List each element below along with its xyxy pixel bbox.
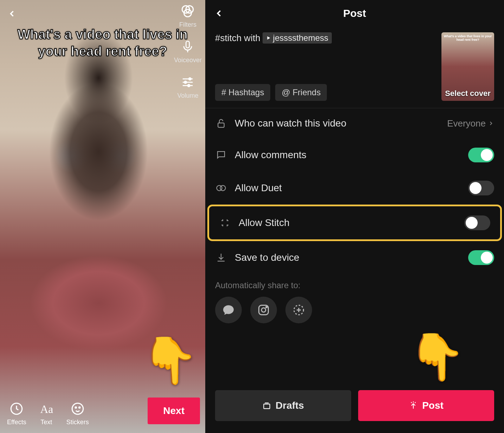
voiceover-button[interactable]: Voiceover (174, 39, 202, 64)
svg-marker-16 (267, 36, 270, 39)
friends-button[interactable]: @ Friends (275, 84, 327, 101)
volume-button[interactable]: Volume (177, 75, 198, 99)
svg-point-10 (188, 84, 190, 86)
allow-duet-row: Allow Duet (205, 172, 504, 205)
svg-point-21 (261, 308, 266, 312)
upload-icon (409, 401, 418, 410)
svg-point-19 (220, 186, 226, 191)
voiceover-label: Voiceover (174, 57, 202, 64)
share-message-button[interactable] (215, 297, 242, 323)
text-button[interactable]: Aa Text (39, 401, 54, 426)
back-button[interactable] (7, 9, 17, 19)
svg-rect-17 (218, 123, 224, 128)
drafts-icon (262, 401, 271, 410)
share-instagram-button[interactable] (250, 297, 277, 323)
microphone-icon (180, 39, 195, 54)
allow-stitch-label: Allow Stitch (239, 217, 457, 228)
privacy-value: Everyone (447, 118, 494, 129)
filters-label: Filters (179, 21, 196, 28)
hashtags-button[interactable]: # Hashtags (215, 84, 270, 101)
svg-line-30 (415, 402, 415, 403)
allow-stitch-toggle[interactable] (464, 215, 490, 230)
drafts-button[interactable]: Drafts (215, 390, 351, 421)
share-label: Automatically share to: (215, 280, 494, 290)
cover-selector[interactable]: What's a video that lives in your head r… (441, 32, 494, 101)
sliders-icon (180, 75, 195, 90)
caption-prefix: #stitch with (215, 33, 260, 44)
filters-button[interactable]: Filters (179, 4, 196, 28)
privacy-label: Who can watch this video (235, 118, 439, 129)
allow-comments-toggle[interactable] (468, 148, 494, 162)
username: jessssthemess (273, 33, 328, 43)
svg-text:Aa: Aa (40, 403, 53, 415)
stitch-icon (219, 217, 231, 229)
svg-line-29 (411, 402, 412, 403)
svg-rect-26 (264, 404, 270, 409)
svg-point-8 (185, 81, 187, 83)
post-settings-pane: Post #stitch with jessssthemess # Hashta… (205, 0, 504, 433)
save-device-label: Save to device (235, 252, 460, 263)
post-label: Post (422, 400, 444, 411)
svg-point-15 (79, 407, 80, 408)
duet-icon (215, 182, 227, 194)
caption-input[interactable]: #stitch with jessssthemess (215, 32, 434, 44)
allow-stitch-row: Allow Stitch (207, 205, 502, 241)
svg-point-6 (189, 78, 191, 80)
cover-caption-preview: What's a video that lives in your head r… (443, 34, 493, 41)
clock-icon (9, 401, 24, 416)
allow-duet-label: Allow Duet (235, 182, 460, 194)
allow-duet-toggle[interactable] (468, 181, 494, 195)
svg-point-14 (75, 407, 77, 408)
select-cover-label: Select cover (445, 89, 491, 98)
next-button[interactable]: Next (148, 398, 200, 424)
pointer-hand-icon: 👇 (141, 334, 198, 387)
editor-preview-pane: What's a video that lives in your head r… (0, 0, 205, 433)
comment-icon (215, 149, 227, 161)
save-device-row: Save to device (205, 241, 504, 274)
post-button[interactable]: Post (358, 390, 494, 421)
save-device-toggle[interactable] (468, 250, 494, 265)
allow-comments-row: Allow comments (205, 138, 504, 172)
text-icon: Aa (39, 401, 54, 416)
back-button[interactable] (214, 8, 224, 19)
pointer-hand-icon: 👇 (408, 330, 465, 384)
volume-label: Volume (177, 92, 198, 99)
privacy-row[interactable]: Who can watch this video Everyone (205, 108, 504, 138)
user-mention-chip[interactable]: jessssthemess (263, 32, 332, 44)
svg-point-13 (72, 403, 83, 414)
effects-label: Effects (7, 419, 26, 426)
download-icon (215, 252, 227, 264)
video-caption-overlay: What's a video that lives in your head r… (11, 26, 194, 60)
stickers-label: Stickers (66, 419, 89, 426)
effects-button[interactable]: Effects (7, 401, 26, 426)
sticker-icon (70, 401, 85, 416)
lock-open-icon (215, 117, 227, 129)
text-label: Text (40, 419, 52, 426)
filters-icon (180, 4, 195, 19)
drafts-label: Drafts (276, 400, 304, 411)
share-add-button[interactable] (285, 297, 312, 323)
page-title: Post (343, 7, 366, 19)
svg-rect-3 (186, 41, 190, 48)
stickers-button[interactable]: Stickers (66, 401, 89, 426)
svg-point-22 (266, 306, 267, 308)
allow-comments-label: Allow comments (235, 149, 460, 161)
